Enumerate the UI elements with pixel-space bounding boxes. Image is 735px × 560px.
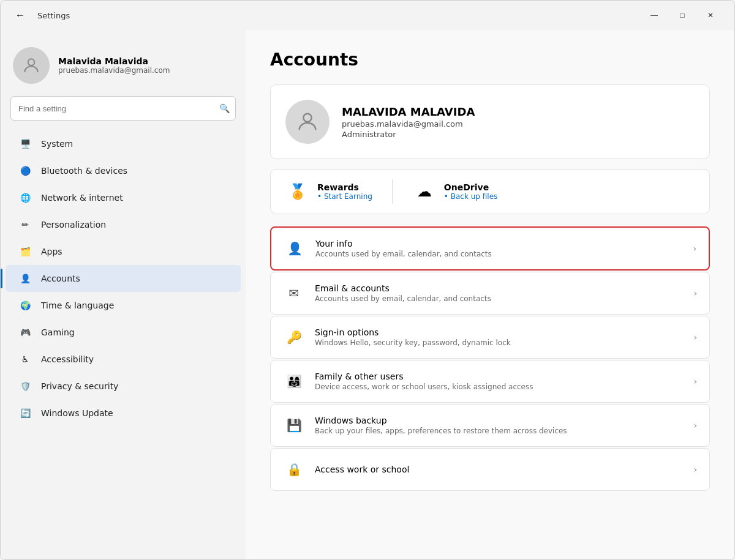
your-info-icon: 👤: [284, 237, 306, 259]
privacy-icon: 🛡️: [18, 379, 32, 394]
search-input[interactable]: [10, 96, 236, 121]
account-role: Administrator: [342, 130, 475, 139]
account-name: MALAVIDA MALAVIDA: [342, 105, 475, 118]
account-details: MALAVIDA MALAVIDA pruebas.malavida@gmail…: [342, 105, 475, 139]
windows-backup-title: Windows backup: [315, 416, 684, 425]
reward-sub-rewards: Start Earning: [317, 192, 372, 201]
back-icon: ←: [15, 10, 25, 21]
your-info-title: Your info: [315, 239, 683, 248]
minimize-button[interactable]: —: [640, 6, 668, 25]
sidebar-item-label: Accessibility: [41, 354, 94, 364]
user-email: pruebas.malavida@gmail.com: [58, 66, 170, 75]
signin-options-chevron: ›: [693, 332, 697, 342]
settings-item-signin-options[interactable]: 🔑 Sign-in options Windows Hello, securit…: [270, 316, 710, 359]
reward-sub-onedrive: Back up files: [444, 192, 497, 201]
page-title: Accounts: [270, 50, 710, 70]
sidebar-nav: 🖥️ System 🔵 Bluetooth & devices 🌐 Networ…: [1, 130, 246, 427]
sidebar-item-system[interactable]: 🖥️ System: [6, 130, 241, 157]
your-info-chevron: ›: [693, 244, 696, 253]
your-info-subtitle: Accounts used by email, calendar, and co…: [315, 250, 683, 258]
sidebar-item-label: Privacy & security: [41, 381, 118, 391]
titlebar: ← Settings — □ ✕: [1, 1, 734, 30]
settings-list: 👤 Your info Accounts used by email, cale…: [270, 226, 710, 491]
onedrive-icon: ☁️: [412, 179, 437, 204]
settings-item-access-work[interactable]: 🔒 Access work or school ›: [270, 448, 710, 491]
reward-item-rewards[interactable]: 🏅 Rewards Start Earning: [285, 179, 372, 204]
reward-divider: [392, 179, 393, 204]
main-content: Malavida Malavida pruebas.malavida@gmail…: [1, 30, 734, 559]
sidebar-item-accounts[interactable]: 👤 Accounts: [6, 265, 241, 292]
sidebar-item-apps[interactable]: 🗂️ Apps: [6, 238, 241, 265]
rewards-row: 🏅 Rewards Start Earning ☁️ OneDrive Back…: [270, 169, 710, 214]
sidebar: Malavida Malavida pruebas.malavida@gmail…: [1, 30, 246, 559]
sidebar-item-label: Accounts: [41, 274, 80, 283]
system-icon: 🖥️: [18, 136, 32, 151]
gaming-icon: 🎮: [18, 325, 32, 340]
sidebar-item-update[interactable]: 🔄 Windows Update: [6, 400, 241, 427]
settings-item-family-users[interactable]: 👨‍👩‍👧 Family & other users Device access…: [270, 360, 710, 403]
avatar: [13, 47, 50, 84]
sidebar-item-accessibility[interactable]: ♿ Accessibility: [6, 346, 241, 373]
update-icon: 🔄: [18, 406, 32, 420]
windows-backup-chevron: ›: [693, 420, 697, 430]
email-accounts-subtitle: Accounts used by email, calendar, and co…: [315, 294, 684, 303]
account-avatar: [285, 100, 330, 144]
sidebar-item-label: Apps: [41, 247, 62, 256]
accounts-icon: 👤: [18, 271, 32, 286]
settings-window: ← Settings — □ ✕ Malavida Malavida pr: [0, 0, 735, 560]
family-users-chevron: ›: [693, 376, 697, 386]
sidebar-item-label: Personalization: [41, 220, 106, 230]
network-icon: 🌐: [18, 190, 32, 205]
email-accounts-icon: ✉️: [283, 282, 305, 304]
family-users-subtitle: Device access, work or school users, kio…: [315, 383, 684, 391]
main-panel: Accounts MALAVIDA MALAVIDA pruebas.malav…: [246, 30, 734, 559]
sidebar-item-label: Windows Update: [41, 408, 113, 418]
user-name: Malavida Malavida: [58, 56, 170, 66]
sidebar-item-label: Time & language: [41, 301, 114, 310]
window-controls: — □ ✕: [640, 6, 725, 25]
signin-options-icon: 🔑: [283, 326, 305, 348]
user-profile[interactable]: Malavida Malavida pruebas.malavida@gmail…: [1, 40, 246, 96]
sidebar-item-label: Gaming: [41, 327, 75, 337]
personalization-icon: ✏️: [18, 217, 32, 232]
settings-item-your-info[interactable]: 👤 Your info Accounts used by email, cale…: [270, 226, 710, 271]
svg-point-0: [28, 59, 35, 65]
close-button[interactable]: ✕: [696, 6, 725, 25]
windows-backup-icon: 💾: [283, 414, 305, 436]
access-work-icon: 🔒: [283, 458, 305, 480]
search-box: 🔍: [10, 96, 236, 121]
sidebar-item-label: Network & internet: [41, 193, 123, 203]
svg-point-1: [303, 114, 311, 122]
maximize-button[interactable]: □: [668, 6, 696, 25]
signin-options-subtitle: Windows Hello, security key, password, d…: [315, 338, 684, 347]
reward-item-onedrive[interactable]: ☁️ OneDrive Back up files: [412, 179, 497, 204]
window-title: Settings: [37, 11, 633, 20]
sidebar-item-gaming[interactable]: 🎮 Gaming: [6, 319, 241, 346]
reward-title-onedrive: OneDrive: [444, 182, 497, 192]
sidebar-item-label: Bluetooth & devices: [41, 166, 127, 176]
reward-title-rewards: Rewards: [317, 182, 372, 192]
access-work-title: Access work or school: [315, 465, 684, 474]
time-icon: 🌍: [18, 298, 32, 313]
family-users-title: Family & other users: [315, 371, 684, 381]
access-work-chevron: ›: [693, 465, 697, 474]
account-card: MALAVIDA MALAVIDA pruebas.malavida@gmail…: [270, 84, 710, 159]
bluetooth-icon: 🔵: [18, 163, 32, 178]
apps-icon: 🗂️: [18, 244, 32, 259]
user-info: Malavida Malavida pruebas.malavida@gmail…: [58, 56, 170, 75]
email-accounts-chevron: ›: [693, 288, 697, 298]
settings-item-windows-backup[interactable]: 💾 Windows backup Back up your files, app…: [270, 404, 710, 447]
family-users-icon: 👨‍👩‍👧: [283, 370, 305, 392]
sidebar-item-privacy[interactable]: 🛡️ Privacy & security: [6, 373, 241, 400]
sidebar-item-label: System: [41, 139, 73, 149]
sidebar-item-personalization[interactable]: ✏️ Personalization: [6, 211, 241, 238]
account-email: pruebas.malavida@gmail.com: [342, 119, 475, 129]
sidebar-item-time[interactable]: 🌍 Time & language: [6, 292, 241, 319]
sidebar-item-bluetooth[interactable]: 🔵 Bluetooth & devices: [6, 157, 241, 184]
rewards-icon: 🏅: [285, 179, 310, 204]
settings-item-email-accounts[interactable]: ✉️ Email & accounts Accounts used by ema…: [270, 272, 710, 315]
sidebar-item-network[interactable]: 🌐 Network & internet: [6, 184, 241, 211]
signin-options-title: Sign-in options: [315, 327, 684, 337]
accessibility-icon: ♿: [18, 352, 32, 367]
back-button[interactable]: ←: [10, 6, 30, 25]
